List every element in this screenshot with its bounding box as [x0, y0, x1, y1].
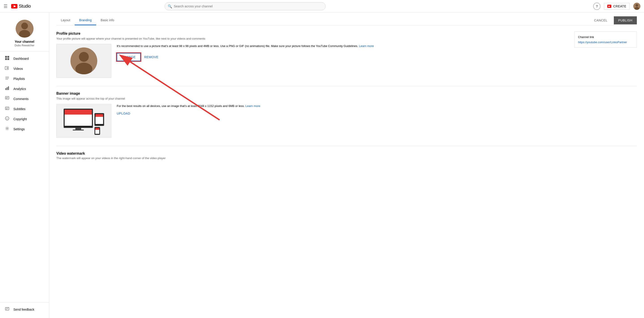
banner-image-subtitle: This image will appear across the top of…	[56, 97, 637, 100]
help-button[interactable]: ?	[593, 3, 600, 10]
profile-picture-image	[70, 48, 97, 74]
profile-picture-buttons: CHANGE REMOVE	[117, 53, 569, 61]
subtitles-icon	[4, 106, 10, 112]
svg-marker-13	[7, 67, 8, 69]
video-watermark-subtitle: The watermark will appear on your videos…	[56, 156, 637, 160]
main-content: Channel customization Layout Branding Ba…	[49, 0, 644, 305]
dashboard-label: Dashboard	[14, 57, 29, 60]
tab-basic-info[interactable]: Basic info	[96, 16, 119, 25]
tabs-actions: CANCEL PUBLISH	[592, 16, 637, 24]
tab-layout[interactable]: Layout	[56, 16, 75, 25]
sidebar-channel-username: Dubs Rewatcher	[14, 44, 34, 47]
comments-label: Comments	[14, 97, 28, 101]
sidebar-channel-section: Your channel Dubs Rewatcher	[0, 16, 49, 52]
subtitles-label: Subtitles	[14, 107, 26, 111]
channel-link-title: Channel link	[578, 35, 633, 39]
cancel-button[interactable]: CANCEL	[592, 17, 610, 24]
svg-rect-40	[64, 110, 92, 115]
sidebar-avatar-image	[16, 20, 34, 38]
remove-profile-picture-button[interactable]: REMOVE	[144, 55, 158, 59]
banner-image-description: For the best results on all devices, use…	[117, 104, 637, 109]
change-profile-picture-button[interactable]: CHANGE	[117, 53, 141, 61]
analytics-icon	[4, 86, 10, 92]
create-video-icon: ▶	[607, 5, 611, 8]
playlists-label: Playlists	[14, 77, 25, 81]
publish-button[interactable]: PUBLISH	[614, 16, 637, 24]
svg-rect-23	[5, 107, 9, 110]
profile-picture-preview	[56, 44, 111, 78]
svg-rect-48	[95, 128, 99, 130]
sidebar-nav: Dashboard Videos Playlists Analytics Com…	[0, 54, 49, 134]
search-icon: 🔍	[168, 4, 172, 8]
user-avatar[interactable]	[633, 3, 640, 10]
sidebar-item-videos[interactable]: Videos	[0, 64, 49, 74]
banner-image-section: Banner image This image will appear acro…	[56, 92, 637, 138]
svg-rect-10	[5, 58, 7, 60]
sidebar-item-send-feedback[interactable]: ! Send feedback	[0, 304, 49, 305]
youtube-logo-icon	[11, 4, 18, 9]
profile-picture-info: It's recommended to use a picture that's…	[117, 44, 569, 61]
svg-point-34	[79, 52, 89, 62]
sidebar-item-analytics[interactable]: Analytics	[0, 84, 49, 94]
sidebar-item-dashboard[interactable]: Dashboard	[0, 54, 49, 64]
profile-picture-section: Profile picture Your profile picture wil…	[56, 32, 637, 78]
copyright-label: Copyright	[14, 117, 27, 121]
banner-image-row: For the best results on all devices, use…	[56, 104, 637, 138]
sidebar-channel-avatar[interactable]	[16, 20, 34, 38]
svg-rect-19	[8, 86, 9, 90]
svg-rect-9	[8, 56, 9, 58]
channel-link-box: Channel link https://youtube.com/user/Li…	[574, 32, 637, 48]
banner-learn-more-link[interactable]: Learn more	[246, 104, 260, 108]
sidebar-item-comments[interactable]: Comments	[0, 94, 49, 104]
svg-rect-11	[8, 58, 9, 60]
profile-picture-learn-more-link[interactable]: Learn more	[359, 44, 374, 48]
tab-branding[interactable]: Branding	[75, 16, 96, 25]
create-button[interactable]: ▶ CREATE	[604, 3, 630, 10]
search-bar: 🔍	[164, 2, 326, 10]
sidebar-channel-name: Your channel	[15, 40, 34, 44]
profile-picture-subtitle: Your profile picture will appear where y…	[56, 37, 637, 40]
sidebar-bottom-section: ! Send feedback	[0, 302, 49, 305]
sidebar-item-copyright[interactable]: © Copyright	[0, 114, 49, 124]
banner-image-preview	[56, 104, 111, 138]
sidebar-item-subtitles[interactable]: Subtitles	[0, 104, 49, 114]
banner-preview-illustration	[62, 107, 106, 135]
svg-text:©: ©	[6, 117, 8, 120]
svg-rect-42	[73, 130, 84, 130]
banner-image-title: Banner image	[56, 92, 637, 96]
search-input[interactable]	[164, 2, 326, 10]
profile-picture-circle	[70, 48, 97, 74]
tabs-row: Layout Branding Basic info CANCEL PUBLIS…	[56, 16, 637, 25]
profile-picture-description: It's recommended to use a picture that's…	[117, 44, 569, 49]
top-navigation: ☰ Studio 🔍 ? ▶ CREATE	[0, 0, 644, 13]
svg-rect-8	[5, 56, 7, 58]
playlists-icon	[4, 76, 10, 82]
settings-label: Settings	[14, 127, 25, 131]
avatar-image	[633, 3, 640, 10]
dashboard-icon	[4, 56, 10, 61]
logo-link[interactable]: Studio	[11, 4, 31, 9]
channel-link-url[interactable]: https://youtube.com/user/LinksPartner	[578, 41, 627, 44]
svg-rect-18	[7, 87, 8, 90]
videos-label: Videos	[14, 67, 23, 71]
section-divider-2	[56, 146, 637, 146]
profile-picture-row: It's recommended to use a picture that's…	[56, 44, 569, 78]
svg-point-3	[636, 4, 638, 7]
section-divider-1	[56, 86, 637, 86]
banner-image-info: For the best results on all devices, use…	[117, 104, 637, 115]
studio-logo-text: Studio	[19, 4, 31, 9]
copyright-icon: ©	[4, 116, 10, 122]
video-watermark-title: Video watermark	[56, 152, 637, 156]
analytics-label: Analytics	[14, 87, 26, 91]
hamburger-menu-icon[interactable]: ☰	[4, 4, 8, 9]
comments-icon	[4, 96, 10, 102]
svg-rect-17	[5, 88, 6, 90]
profile-picture-title: Profile picture	[56, 32, 637, 36]
settings-icon	[4, 126, 10, 132]
sidebar-item-playlists[interactable]: Playlists	[0, 74, 49, 84]
svg-rect-20	[5, 97, 9, 99]
upload-banner-button[interactable]: UPLOAD	[117, 112, 130, 115]
video-watermark-section: Video watermark The watermark will appea…	[56, 152, 637, 160]
videos-icon	[4, 66, 10, 71]
sidebar-item-settings[interactable]: Settings	[0, 124, 49, 134]
